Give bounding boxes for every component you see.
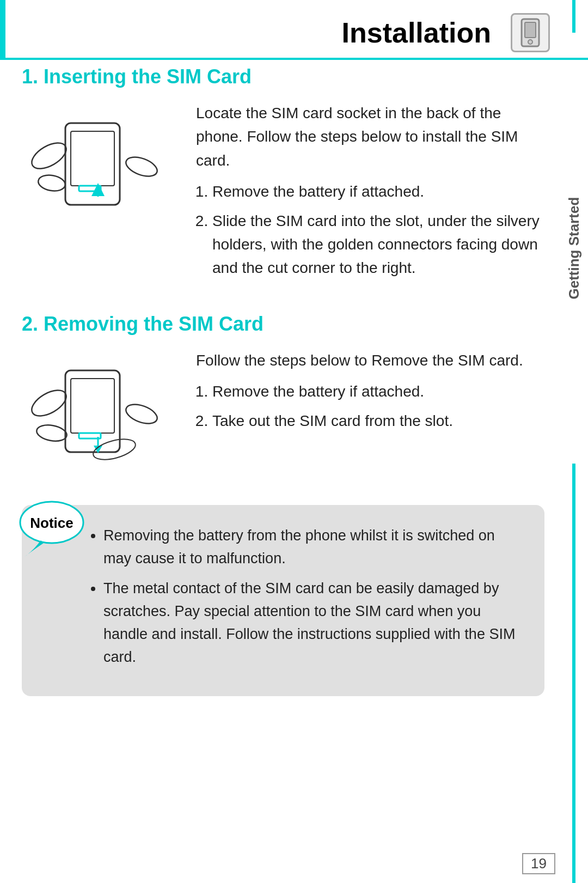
section2-steps: Remove the battery if attached. Take out… — [196, 380, 550, 433]
svg-rect-3 — [65, 123, 120, 205]
page-title: Installation — [342, 16, 491, 49]
svg-rect-11 — [71, 379, 114, 433]
notice-bullet-2: The metal contact of the SIM card can be… — [103, 577, 517, 668]
notice-box: Notice Removing the battery from the pho… — [22, 505, 544, 696]
side-tab-bottom-bar — [572, 464, 575, 884]
svg-point-9 — [37, 173, 66, 193]
notice-bullets: Removing the battery from the phone whil… — [87, 525, 517, 669]
svg-rect-10 — [65, 370, 120, 452]
svg-point-8 — [124, 154, 160, 180]
svg-point-16 — [124, 400, 160, 427]
page-number: 19 — [522, 853, 555, 874]
svg-point-2 — [528, 40, 532, 44]
svg-text:Notice: Notice — [30, 515, 73, 531]
section1-text: Locate the SIM card socket in the back o… — [196, 101, 550, 285]
section1-steps: Remove the battery if attached. Slide th… — [196, 180, 550, 280]
section1-heading: 1. Inserting the SIM Card — [22, 65, 550, 88]
section2-heading: 2. Removing the SIM Card — [22, 313, 550, 336]
section2-text: Follow the steps below to Remove the SIM… — [196, 349, 550, 438]
section1-row: Locate the SIM card socket in the back o… — [22, 101, 550, 285]
section2-row: Follow the steps below to Remove the SIM… — [22, 349, 550, 478]
notice-content: Removing the battery from the phone whil… — [87, 525, 517, 669]
notice-bullet-1: Removing the battery from the phone whil… — [103, 525, 517, 570]
side-tab-label: Getting Started — [566, 33, 583, 464]
page-header: Installation — [0, 0, 588, 60]
side-tab: Getting Started — [560, 0, 588, 883]
section2-intro: Follow the steps below to Remove the SIM… — [196, 349, 550, 372]
section1-image — [22, 101, 174, 230]
section1-intro: Locate the SIM card socket in the back o… — [196, 101, 550, 172]
svg-rect-4 — [71, 131, 114, 186]
svg-point-17 — [35, 423, 68, 443]
section2-step2: Take out the SIM card from the slot. — [212, 409, 550, 433]
phone-icon — [511, 13, 550, 52]
svg-point-7 — [28, 138, 71, 174]
svg-rect-1 — [525, 22, 536, 38]
section1-step2: Slide the SIM card into the slot, under … — [212, 209, 550, 280]
notice-bubble-icon: Notice — [16, 500, 87, 559]
section1-step1: Remove the battery if attached. — [212, 180, 550, 203]
svg-point-15 — [28, 385, 71, 421]
main-content: 1. Inserting the SIM Card — [0, 65, 588, 718]
side-tab-text: Getting Started — [566, 197, 583, 299]
section2-step1: Remove the battery if attached. — [212, 380, 550, 403]
section2-image — [22, 349, 174, 478]
